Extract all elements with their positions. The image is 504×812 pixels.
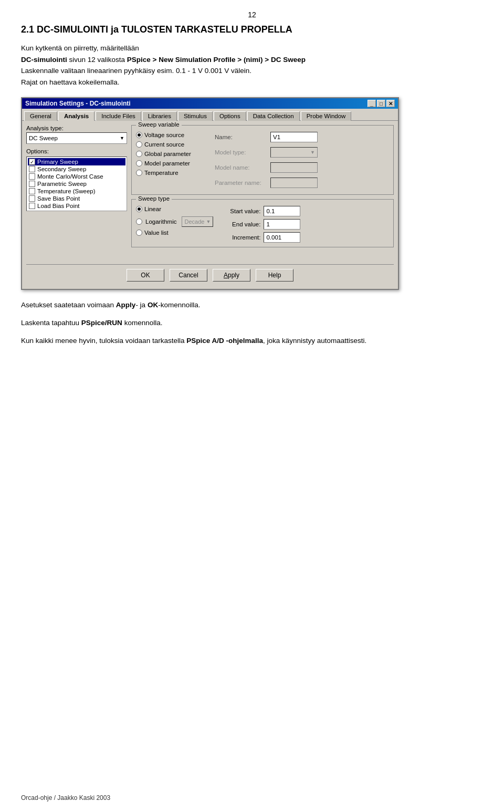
checkbox-temperature-sweep[interactable]	[29, 188, 35, 194]
spacer	[131, 252, 394, 262]
dialog-inner: Analysis type: DC Sweep ▼ Options: ✓ Pri…	[26, 125, 394, 262]
radio-model-parameter-icon[interactable]	[136, 160, 142, 166]
left-panel: Analysis type: DC Sweep ▼ Options: ✓ Pri…	[26, 125, 127, 262]
end-value-input[interactable]	[264, 219, 300, 230]
end-value-label: End value:	[218, 221, 260, 227]
checkbox-parametric-sweep[interactable]	[29, 181, 35, 187]
dialog-title: Simulation Settings - DC-simulointi	[25, 100, 131, 107]
radio-current-source[interactable]: Current source	[136, 141, 209, 148]
tab-stimulus[interactable]: Stimulus	[178, 111, 213, 121]
radio-temperature[interactable]: Temperature	[136, 170, 209, 176]
ok-button[interactable]: OK	[127, 269, 164, 282]
option-primary-sweep[interactable]: ✓ Primary Sweep	[28, 158, 125, 165]
intro-paragraph-1: Kun kytkentä on piirretty, määritellään …	[21, 43, 483, 88]
start-value-input[interactable]	[264, 206, 300, 216]
simulation-settings-dialog: Simulation Settings - DC-simulointi _ □ …	[21, 97, 399, 290]
option-secondary-sweep[interactable]: Secondary Sweep	[28, 165, 125, 173]
parameter-name-row: Parameter name:	[215, 178, 389, 188]
radio-logarithmic-icon[interactable]	[136, 218, 142, 225]
sweep-type-title: Sweep type	[136, 195, 172, 202]
radio-model-parameter[interactable]: Model parameter	[136, 160, 209, 166]
maximize-button[interactable]: □	[377, 100, 385, 107]
radio-global-parameter[interactable]: Global parameter	[136, 151, 209, 157]
options-list: ✓ Primary Sweep Secondary Sweep Monte Ca…	[26, 157, 127, 211]
tab-data-collection[interactable]: Data Collection	[247, 111, 300, 121]
radio-voltage-source-icon[interactable]	[136, 132, 142, 138]
sweep-type-group: Sweep type Linear Logarithmic	[131, 199, 394, 247]
option-monte-carlo[interactable]: Monte Carlo/Worst Case	[28, 173, 125, 180]
decade-select[interactable]: Decade ▼	[182, 216, 213, 227]
option-save-bias-point[interactable]: Save Bias Point	[28, 195, 125, 202]
dialog-titlebar: Simulation Settings - DC-simulointi _ □ …	[22, 98, 398, 109]
cancel-button[interactable]: Cancel	[170, 269, 207, 282]
dialog-buttons: OK Cancel Apply Help	[26, 264, 394, 285]
name-input[interactable]	[270, 132, 318, 142]
radio-global-parameter-icon[interactable]	[136, 151, 142, 157]
sweep-variable-title: Sweep variable	[136, 121, 182, 128]
dialog-container: Simulation Settings - DC-simulointi _ □ …	[21, 97, 483, 290]
options-label: Options:	[26, 148, 127, 154]
parameter-name-label: Parameter name:	[215, 180, 267, 186]
post-text-1: Asetukset saatetaan voimaan Apply- ja OK…	[21, 299, 483, 311]
radio-current-source-icon[interactable]	[136, 141, 142, 148]
analysis-type-select[interactable]: DC Sweep ▼	[26, 132, 127, 144]
right-panel: Sweep variable Voltage source Cu	[131, 125, 394, 262]
checkbox-primary-sweep[interactable]: ✓	[29, 159, 35, 165]
option-parametric-sweep[interactable]: Parametric Sweep	[28, 180, 125, 188]
dialog-body: Analysis type: DC Sweep ▼ Options: ✓ Pri…	[22, 120, 398, 289]
apply-button[interactable]: Apply	[213, 269, 250, 282]
close-button[interactable]: ✕	[386, 100, 395, 107]
select-arrow-icon: ▼	[120, 136, 124, 141]
radio-temperature-icon[interactable]	[136, 170, 142, 176]
model-name-input	[270, 162, 318, 173]
help-button[interactable]: Help	[256, 269, 293, 282]
name-row: Name:	[215, 132, 389, 142]
page-title: 2.1 DC-SIMULOINTI ja TULOSTEN TARKASTELU…	[21, 24, 483, 35]
model-name-row: Model name:	[215, 162, 389, 173]
footer: Orcad-ohje / Jaakko Kaski 2003	[21, 794, 110, 801]
radio-logarithmic-row: Logarithmic Decade ▼	[136, 216, 213, 227]
radio-value-list[interactable]: Value list	[136, 230, 213, 236]
tab-analysis[interactable]: Analysis	[58, 111, 94, 121]
end-value-row: End value:	[218, 219, 389, 230]
radio-linear[interactable]: Linear	[136, 206, 213, 212]
checkbox-load-bias-point[interactable]	[29, 203, 35, 209]
radio-value-list-icon[interactable]	[136, 230, 142, 236]
tab-libraries[interactable]: Libraries	[142, 111, 177, 121]
start-value-label: Start value:	[218, 208, 260, 214]
page-number: 12	[21, 11, 483, 19]
titlebar-buttons: _ □ ✕	[368, 100, 395, 107]
radio-voltage-source[interactable]: Voltage source	[136, 132, 209, 138]
model-type-input: ▼	[270, 147, 318, 158]
checkbox-secondary-sweep[interactable]	[29, 166, 35, 172]
model-type-row: Model type: ▼	[215, 147, 389, 158]
option-load-bias-point[interactable]: Load Bias Point	[28, 202, 125, 210]
analysis-type-label: Analysis type:	[26, 125, 127, 131]
checkbox-monte-carlo[interactable]	[29, 173, 35, 180]
checkbox-save-bias-point[interactable]	[29, 195, 35, 202]
model-name-label: Model name:	[215, 164, 267, 171]
name-label: Name:	[215, 134, 267, 140]
sweep-variable-group: Sweep variable Voltage source Cu	[131, 125, 394, 195]
tab-probe-window[interactable]: Probe Window	[301, 111, 352, 121]
tab-include-files[interactable]: Include Files	[96, 111, 141, 121]
radio-linear-icon[interactable]	[136, 206, 142, 212]
dialog-tabs: General Analysis Include Files Libraries…	[22, 109, 398, 120]
minimize-button[interactable]: _	[368, 100, 376, 107]
tab-general[interactable]: General	[24, 111, 57, 121]
post-text-2: Laskenta tapahtuu PSpice/RUN komennolla.	[21, 317, 483, 329]
option-temperature-sweep[interactable]: Temperature (Sweep)	[28, 188, 125, 195]
start-value-row: Start value:	[218, 206, 389, 216]
model-type-label: Model type:	[215, 149, 267, 155]
increment-row: Increment:	[218, 232, 389, 243]
parameter-name-input	[270, 178, 318, 188]
increment-input[interactable]	[264, 232, 300, 243]
tab-options[interactable]: Options	[214, 111, 246, 121]
post-text-3: Kun kaikki menee hyvin, tuloksia voidaan…	[21, 335, 483, 347]
increment-label: Increment:	[218, 234, 260, 241]
